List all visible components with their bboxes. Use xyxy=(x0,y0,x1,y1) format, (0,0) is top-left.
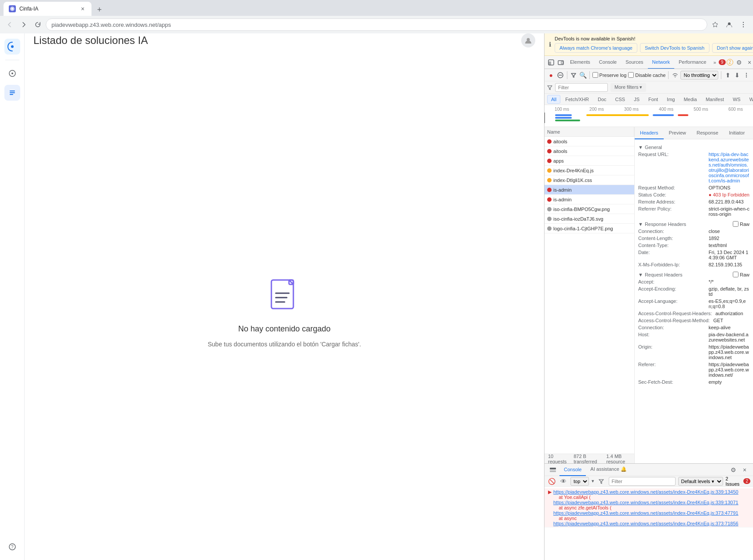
console-tab-ai[interactable]: AI assistance 🔔 xyxy=(586,464,631,476)
table-row[interactable]: iso-cinfia-BMPO5Cgw.png xyxy=(545,204,634,214)
console-settings-button[interactable]: ⚙ xyxy=(728,465,738,475)
type-filter-img[interactable]: Img xyxy=(663,95,679,104)
devtools-settings-button[interactable]: ⚙ xyxy=(734,58,744,67)
response-headers-title[interactable]: ▼ Response Headers Raw xyxy=(638,219,749,228)
console-link-4[interactable]: https://piadevwebapp.z43.web.core.window… xyxy=(553,521,738,526)
record-button[interactable]: ● xyxy=(547,70,555,80)
type-filter-manifest[interactable]: Manifest xyxy=(702,95,728,104)
request-method-label: Request Method: xyxy=(638,185,709,190)
preserve-log-input[interactable] xyxy=(592,72,598,78)
expand-icon[interactable]: ▶ xyxy=(548,489,552,495)
details-tab-preview[interactable]: Preview xyxy=(664,127,691,139)
raw-input[interactable] xyxy=(733,221,738,227)
details-tab-initiator[interactable]: Initiator xyxy=(724,127,750,139)
more-button[interactable] xyxy=(743,70,750,80)
dont-show-button[interactable]: Don't show again xyxy=(712,43,753,53)
more-tabs-button[interactable]: » xyxy=(711,60,719,65)
devtools-close-button[interactable]: × xyxy=(745,58,753,67)
menu-button[interactable] xyxy=(737,18,749,31)
row-cell-4: index-Dre4KnEq.js xyxy=(545,166,634,175)
active-tab[interactable]: Cinfa-IA × xyxy=(4,2,91,16)
type-filter-all[interactable]: All xyxy=(547,95,560,104)
acr-headers-row: Access-Control-Request-Headers: authoriz… xyxy=(638,310,749,317)
user-avatar[interactable] xyxy=(521,33,535,47)
console-close-button[interactable]: × xyxy=(740,465,749,475)
console-filter-toggle[interactable] xyxy=(597,476,606,486)
address-bar[interactable]: piadevwebapp.z43.web.core.windows.net/ap… xyxy=(46,18,707,31)
throttle-select[interactable]: No throttling xyxy=(680,71,718,80)
refresh-button[interactable] xyxy=(32,18,44,31)
sidebar-item-help[interactable]: ? xyxy=(4,539,20,555)
console-clear-button[interactable]: 🚫 xyxy=(547,476,556,486)
table-row[interactable]: apps xyxy=(545,156,634,166)
table-row[interactable]: index-Dre4KnEq.js xyxy=(545,166,634,175)
request-headers-title[interactable]: ▼ Request Headers Raw xyxy=(638,270,749,278)
accept-language-row: Accept-Language: es-ES,es;q=0.9,en;q=0.8 xyxy=(638,298,749,310)
table-row[interactable]: aitools xyxy=(545,137,634,146)
tab-elements[interactable]: Elements xyxy=(566,56,595,69)
profile-button[interactable] xyxy=(723,18,735,31)
bookmark-button[interactable] xyxy=(709,18,721,31)
table-row[interactable]: aitools xyxy=(545,146,634,156)
type-filter-media[interactable]: Media xyxy=(680,95,701,104)
sidebar-item-active[interactable] xyxy=(4,85,20,101)
console-link-1[interactable]: https://piadevwebapp.z43.web.core.window… xyxy=(553,489,738,495)
devtools-dock-button[interactable] xyxy=(546,56,556,69)
console-eye-button[interactable]: 👁 xyxy=(559,476,568,486)
table-row-selected[interactable]: is-admin xyxy=(545,185,634,195)
type-filter-fetch[interactable]: Fetch/XHR xyxy=(561,95,593,104)
tab-performance[interactable]: Performance xyxy=(674,56,711,69)
forward-button[interactable] xyxy=(18,18,30,31)
raw-input-req[interactable] xyxy=(733,272,738,277)
section-label: General xyxy=(645,145,662,150)
disable-cache-checkbox[interactable]: Disable cache xyxy=(628,72,665,78)
type-filter-font[interactable]: Font xyxy=(644,95,662,104)
new-tab-button[interactable]: + xyxy=(93,4,106,16)
tab-network[interactable]: Network xyxy=(648,56,674,69)
switch-devtools-button[interactable]: Switch DevTools to Spanish xyxy=(640,43,709,53)
type-filter-css[interactable]: CSS xyxy=(611,95,629,104)
details-tab-headers[interactable]: Headers xyxy=(635,127,664,139)
console-toolbar-right: ⚙ × xyxy=(728,465,751,475)
raw-checkbox[interactable]: Raw xyxy=(733,221,749,227)
type-filter-js[interactable]: JS xyxy=(630,95,643,104)
referrer-policy-value: strict-origin-when-cross-origin xyxy=(709,206,749,217)
details-tab-response[interactable]: Response xyxy=(691,127,724,139)
match-language-button[interactable]: Always match Chrome's language xyxy=(555,43,637,53)
clear-button[interactable] xyxy=(556,70,564,80)
console-levels-select[interactable]: Default levels ▾ xyxy=(678,477,723,486)
table-row[interactable]: iso-cinfia-iozDaTJ6.svg xyxy=(545,214,634,224)
type-filter-doc[interactable]: Doc xyxy=(594,95,610,104)
sidebar-item-home[interactable] xyxy=(4,65,20,81)
more-filters-button[interactable]: More filters ▾ xyxy=(610,83,646,92)
tab-close-button[interactable]: × xyxy=(79,5,86,12)
console-drawer-button[interactable] xyxy=(548,465,558,475)
table-row[interactable]: index-DtIgli1K.css xyxy=(545,175,634,185)
console-filter-input[interactable] xyxy=(609,477,676,486)
table-row[interactable]: is-admin xyxy=(545,195,634,204)
console-tab-main[interactable]: Console xyxy=(559,464,586,476)
raw-checkbox-req[interactable]: Raw xyxy=(733,272,749,277)
tab-sources[interactable]: Sources xyxy=(621,56,647,69)
filter-button[interactable] xyxy=(570,70,577,80)
devtools-responsive-button[interactable] xyxy=(556,56,566,69)
back-button[interactable] xyxy=(4,18,16,31)
console-issues[interactable]: 2 Issues 2 xyxy=(726,476,750,487)
disable-cache-input[interactable] xyxy=(628,72,634,78)
preserve-log-checkbox[interactable]: Preserve log xyxy=(592,72,627,78)
console-context-select[interactable]: top xyxy=(570,477,589,486)
export-button[interactable]: ⬇ xyxy=(733,70,741,80)
general-section-title[interactable]: ▼ General xyxy=(638,143,749,151)
network-details: Headers Preview Response Initiator Timin… xyxy=(635,127,753,463)
wifi-button[interactable] xyxy=(671,70,679,80)
details-tab-timing[interactable]: Timing xyxy=(750,127,753,139)
type-filter-wasm[interactable]: Wasm xyxy=(746,95,753,104)
type-filter-ws[interactable]: WS xyxy=(729,95,745,104)
filter-input[interactable] xyxy=(555,83,608,92)
table-row[interactable]: logo-cinfia-1-CjtGHP7E.png xyxy=(545,224,634,233)
import-button[interactable]: ⬆ xyxy=(724,70,731,80)
console-link-3[interactable]: https://piadevwebapp.z43.web.core.window… xyxy=(553,510,738,516)
search-button[interactable]: 🔍 xyxy=(579,70,587,80)
console-link-2[interactable]: https://piadevwebapp.z43.web.core.window… xyxy=(553,500,738,505)
tab-console[interactable]: Console xyxy=(595,56,621,69)
